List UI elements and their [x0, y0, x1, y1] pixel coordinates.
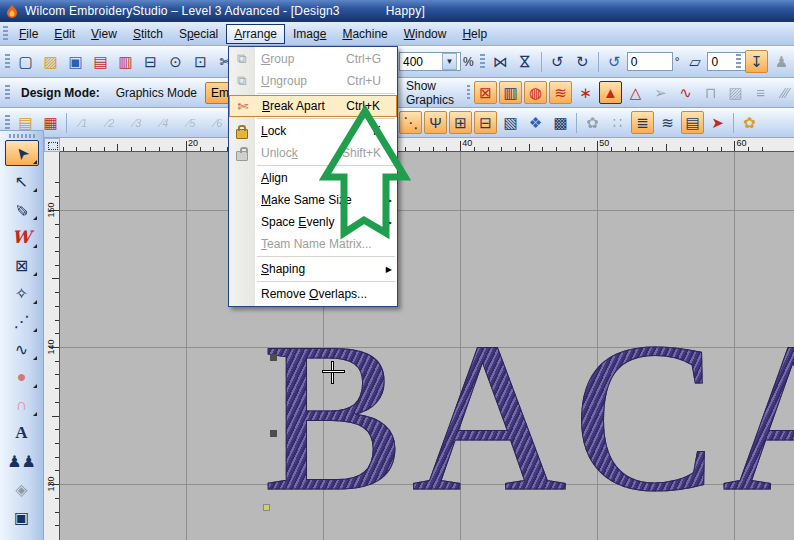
- zigzag-stitch-icon[interactable]: ∿: [674, 81, 697, 104]
- machine-format-icon[interactable]: ▩: [549, 111, 572, 134]
- toolbar-gripper[interactable]: [5, 54, 10, 70]
- needle-points-icon[interactable]: Ψ: [424, 111, 447, 134]
- embroidery-lettering-object[interactable]: BACA: [262, 309, 794, 524]
- menu-special[interactable]: Special: [171, 24, 226, 44]
- team-names-tool[interactable]: ♟♟: [5, 448, 39, 474]
- toolbar-gripper[interactable]: [736, 54, 741, 70]
- stipple-fill-icon[interactable]: ≋: [549, 81, 572, 104]
- bitmap-background-icon[interactable]: ▧: [499, 111, 522, 134]
- thread-color-button-1[interactable]: ⁄1: [72, 111, 95, 134]
- tatami-fill-icon[interactable]: ▥: [499, 81, 522, 104]
- toolbar-gripper[interactable]: [467, 85, 470, 101]
- hoop-grid-icon[interactable]: ⊟: [474, 111, 497, 134]
- chevron-down-icon[interactable]: ▼: [442, 53, 457, 70]
- color-film-icon[interactable]: ≣: [631, 111, 654, 134]
- graphics-mode-button[interactable]: Graphics Mode: [108, 82, 205, 104]
- thread-pin-icon[interactable]: ✿: [738, 111, 761, 134]
- design-canvas[interactable]: BACA: [60, 152, 794, 540]
- selection-handle[interactable]: [270, 430, 277, 437]
- show-graphics-button[interactable]: Show Graphics: [398, 75, 464, 111]
- open-design-icon[interactable]: ▨: [39, 50, 62, 73]
- rotate-angle-input[interactable]: 0: [627, 52, 673, 71]
- step-stitch-icon[interactable]: ⊓: [699, 81, 722, 104]
- toolbar-gripper[interactable]: [3, 26, 8, 42]
- thread-color-button-4[interactable]: ⁄4: [153, 111, 176, 134]
- export-design-icon[interactable]: ⊡: [189, 50, 212, 73]
- toolbar-gripper[interactable]: [5, 85, 10, 101]
- vertical-ruler[interactable]: 130140150: [44, 152, 60, 540]
- edit-object-tool[interactable]: ⊠: [5, 252, 39, 278]
- menu-machine[interactable]: Machine: [334, 24, 395, 44]
- print-icon[interactable]: ⊟: [139, 50, 162, 73]
- menu-remove-overlaps[interactable]: Remove Overlaps...: [229, 283, 397, 305]
- reshape-tool[interactable]: ↖: [5, 168, 39, 194]
- grayed-team-icon[interactable]: ♟: [770, 50, 793, 73]
- menu-team-name-matrix[interactable]: Team Name Matrix...: [229, 233, 397, 255]
- print-preview-icon[interactable]: ⊙: [164, 50, 187, 73]
- ruler-corner-box[interactable]: [44, 138, 60, 152]
- menu-break-apart[interactable]: ✄Break ApartCtrl+K: [229, 95, 397, 117]
- pointer-red-icon[interactable]: ➤: [706, 111, 729, 134]
- connectors-icon[interactable]: ∷: [606, 111, 629, 134]
- triple-run-tool[interactable]: ∿: [5, 336, 39, 362]
- new-design-icon[interactable]: ▢: [14, 50, 37, 73]
- contour-stitch-icon[interactable]: ≡: [749, 81, 772, 104]
- save-design-icon[interactable]: ▣: [64, 50, 87, 73]
- thread-color-button-5[interactable]: ⁄5: [180, 111, 203, 134]
- trapunto-icon[interactable]: ➢: [649, 81, 672, 104]
- cross-stitch-icon[interactable]: ⊠: [474, 81, 497, 104]
- menu-unlock[interactable]: UnlockShift+K: [229, 142, 397, 164]
- fit-to-window-icon[interactable]: ↧: [745, 50, 768, 73]
- select-tool[interactable]: ➤: [5, 140, 39, 166]
- flip-vertical-icon[interactable]: ⋈: [514, 50, 537, 73]
- rotate-angle-icon[interactable]: ↺: [603, 50, 626, 73]
- toolbar-gripper[interactable]: [5, 115, 10, 131]
- send-to-stitch-manager-icon[interactable]: ▥: [114, 50, 137, 73]
- design-properties-icon[interactable]: ▤: [681, 111, 704, 134]
- flip-horizontal-icon[interactable]: ⋈: [489, 50, 512, 73]
- freehand-lettering-tool[interactable]: W: [5, 224, 39, 250]
- arc-tool[interactable]: ∩: [5, 392, 39, 418]
- menu-group[interactable]: ⧉GroupCtrl+G: [229, 48, 397, 70]
- motif-fill-icon[interactable]: ◍: [524, 81, 547, 104]
- monogramming-tool[interactable]: ◈: [5, 476, 39, 502]
- border-tool[interactable]: ▣: [5, 504, 39, 530]
- horizontal-ruler[interactable]: 2030405060: [44, 138, 794, 152]
- thread-color-button-2[interactable]: ⁄2: [99, 111, 122, 134]
- menu-align[interactable]: Align▶: [229, 167, 397, 189]
- rotate-ccw-45-icon[interactable]: ↺: [546, 50, 569, 73]
- rotate-cw-45-icon[interactable]: ↻: [571, 50, 594, 73]
- knife-tool[interactable]: ✎: [5, 196, 39, 222]
- menu-space-evenly[interactable]: Space Evenly▶: [229, 211, 397, 233]
- menu-image[interactable]: Image: [285, 24, 334, 44]
- hatch-stitch-icon[interactable]: ⁄⁄⁄: [774, 81, 794, 104]
- menu-ungroup[interactable]: ⧉UngroupCtrl+U: [229, 70, 397, 92]
- polygon-select-tool[interactable]: ✧: [5, 280, 39, 306]
- menu-lock[interactable]: LockK: [229, 120, 397, 142]
- toolbar-gripper[interactable]: [480, 54, 485, 70]
- menu-help[interactable]: Help: [454, 24, 495, 44]
- menu-make-same-size[interactable]: Make Same Size▶: [229, 189, 397, 211]
- thread-color-button-3[interactable]: ⁄3: [126, 111, 149, 134]
- menu-view[interactable]: View: [83, 24, 125, 44]
- stitch-bar-icon[interactable]: ≋: [656, 111, 679, 134]
- grid-icon[interactable]: ⊞: [449, 111, 472, 134]
- send-to-machine-icon[interactable]: ▤: [89, 50, 112, 73]
- menu-shaping[interactable]: Shaping▶: [229, 258, 397, 280]
- run-stitch-tool[interactable]: ⋰: [5, 308, 39, 334]
- stipple-run-icon[interactable]: ▨: [724, 81, 747, 104]
- vector-shapes-icon[interactable]: ❖: [524, 111, 547, 134]
- hoop-icon[interactable]: ✿: [581, 111, 604, 134]
- menu-edit[interactable]: Edit: [46, 24, 83, 44]
- radial-fill-icon[interactable]: ∗: [574, 81, 597, 104]
- lettering-tool[interactable]: A: [5, 420, 39, 446]
- menu-file[interactable]: File: [11, 24, 46, 44]
- polyline-measure-icon[interactable]: ⋱: [399, 111, 422, 134]
- selection-handle[interactable]: [270, 354, 277, 361]
- menu-stitch[interactable]: Stitch: [125, 24, 171, 44]
- menu-arrange[interactable]: Arrange: [226, 24, 285, 44]
- gradient-fill-icon[interactable]: △: [624, 81, 647, 104]
- zoom-combobox[interactable]: 400 ▼: [399, 52, 461, 71]
- thread-color-button-6[interactable]: ⁄6: [207, 111, 230, 134]
- menu-window[interactable]: Window: [396, 24, 455, 44]
